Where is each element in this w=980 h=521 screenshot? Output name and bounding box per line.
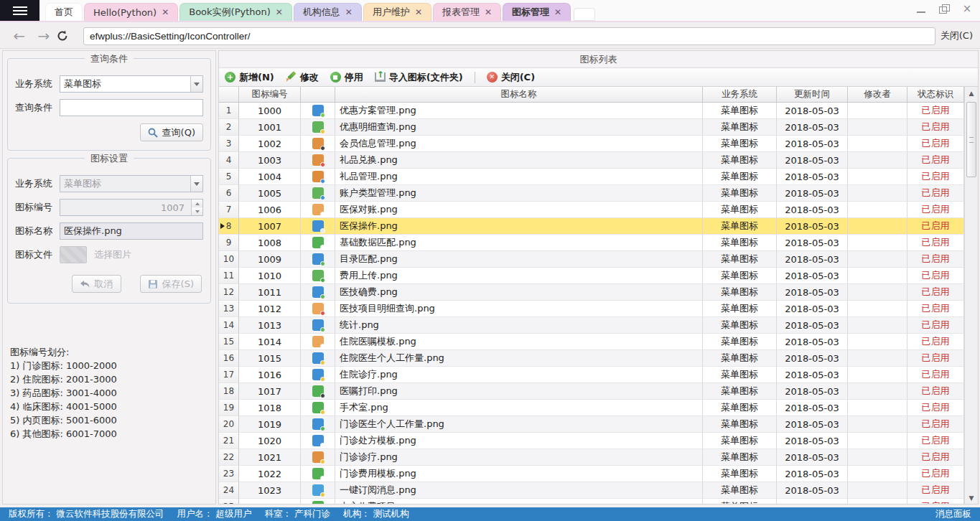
tab-close-icon[interactable]: ✕ <box>162 8 169 17</box>
file-icon <box>312 451 324 463</box>
table-row[interactable]: 251024中心收费项目.png菜单图标2018-05-03已启用 <box>219 499 964 504</box>
updated-cell: 2018-05-03 <box>777 185 848 202</box>
file-icon-accent <box>320 327 325 332</box>
header-cell-修改者[interactable]: 修改者 <box>848 87 907 102</box>
minimize-icon[interactable] <box>915 4 927 14</box>
table-row[interactable]: 131012医技项目明细查询.png菜单图标2018-05-03已启用 <box>219 301 964 317</box>
scrollbar-track[interactable] <box>965 99 978 492</box>
tab-close-icon[interactable]: ✕ <box>485 8 492 17</box>
scroll-down-icon[interactable]: ▼ <box>965 492 978 504</box>
header-cell-图标编号[interactable]: 图标编号 <box>239 87 301 102</box>
tab-close-icon[interactable]: ✕ <box>276 8 283 17</box>
table-row[interactable]: 51004礼品管理.png菜单图标2018-05-03已启用 <box>219 169 964 185</box>
table-row[interactable]: 21001优惠明细查询.png菜单图标2018-05-03已启用 <box>219 119 964 136</box>
updated-cell: 2018-05-03 <box>777 416 848 433</box>
toolbar-button-label: 关闭(C) <box>501 71 535 84</box>
message-panel-button[interactable]: 消息面板 <box>935 508 971 520</box>
icon-code-cell: 1010 <box>239 268 301 284</box>
tab-close-icon[interactable]: ✕ <box>345 8 353 17</box>
restore-icon[interactable] <box>938 4 950 14</box>
tab-Book实例(Python)[interactable]: Book实例(Python)✕ <box>179 3 292 21</box>
table-row[interactable]: 241023一键订阅消息.png菜单图标2018-05-03已启用 <box>219 482 964 499</box>
toolbar-button-修改[interactable]: 修改 <box>286 71 319 84</box>
new-tab-stub[interactable] <box>574 8 595 21</box>
search-button[interactable]: 查询(Q) <box>140 123 203 141</box>
table-row[interactable]: 201019门诊医生个人工作量.png菜单图标2018-05-03已启用 <box>219 416 964 433</box>
tab-用户维护[interactable]: 用户维护✕ <box>363 3 431 21</box>
address-input[interactable] <box>83 27 935 45</box>
toolbar-button-关闭(C)[interactable]: ✕关闭(C) <box>487 71 535 84</box>
tab-报表管理[interactable]: 报表管理✕ <box>433 3 501 21</box>
pick-image-button[interactable]: 选择图片 <box>94 248 131 261</box>
header-cell-图标名称[interactable]: 图标名称 <box>335 87 703 102</box>
table-row[interactable]: 151014住院医嘱模板.png菜单图标2018-05-03已启用 <box>219 334 964 350</box>
vertical-scrollbar[interactable]: ▲ ▼ <box>964 87 978 504</box>
icon-cell <box>301 284 335 301</box>
table-row[interactable]: 91008基础数据匹配.png菜单图标2018-05-03已启用 <box>219 235 964 251</box>
close-window-icon[interactable]: × <box>961 4 973 14</box>
nav-close-button[interactable]: 关闭(C) <box>935 29 973 42</box>
header-cell-更新时间[interactable]: 更新时间 <box>777 87 848 102</box>
table-row[interactable]: 121011医技确费.png菜单图标2018-05-03已启用 <box>219 284 964 301</box>
header-cell-业务系统[interactable]: 业务系统 <box>703 87 777 102</box>
header-cell-0[interactable] <box>219 87 239 102</box>
row-number-cell: 25 <box>219 499 239 504</box>
table-row[interactable]: 191018手术室.png菜单图标2018-05-03已启用 <box>219 400 964 416</box>
tab-图标管理[interactable]: 图标管理✕ <box>503 3 571 21</box>
table-row[interactable]: 161015住院医生个人工作量.png菜单图标2018-05-03已启用 <box>219 350 964 367</box>
icon-name-field[interactable]: 医保操作.png <box>60 222 203 240</box>
table-row[interactable]: 181017医嘱打印.png菜单图标2018-05-03已启用 <box>219 383 964 400</box>
modifier-cell <box>848 268 907 284</box>
table-row[interactable]: 111010费用上传.png菜单图标2018-05-03已启用 <box>219 268 964 284</box>
icon-cell <box>301 367 335 383</box>
table-row[interactable]: 141013统计.png菜单图标2018-05-03已启用 <box>219 317 964 334</box>
hamburger-menu-button[interactable] <box>0 0 39 21</box>
table-row[interactable]: 211020门诊处方模板.png菜单图标2018-05-03已启用 <box>219 433 964 449</box>
icon-name-cell: 门诊费用模板.png <box>335 466 703 482</box>
query-conditions-group: 查询条件 业务系统 菜单图标 查询条件 查询(Q) <box>7 58 211 151</box>
tab-close-icon[interactable]: ✕ <box>554 8 561 17</box>
table-row[interactable]: 71006医保对账.png菜单图标2018-05-03已启用 <box>219 202 964 218</box>
status-cell: 已启用 <box>907 449 964 466</box>
scroll-up-icon[interactable]: ▲ <box>965 87 978 99</box>
scrollbar-thumb[interactable] <box>966 102 976 177</box>
chevron-down-icon <box>190 176 202 192</box>
keyword-input[interactable] <box>60 99 203 116</box>
table-row[interactable]: 61005账户类型管理.png菜单图标2018-05-03已启用 <box>219 185 964 202</box>
toolbar-button-新增(N)[interactable]: +新增(N) <box>225 71 274 84</box>
table-row[interactable]: 231022门诊费用模板.png菜单图标2018-05-03已启用 <box>219 466 964 482</box>
updated-cell: 2018-05-03 <box>777 383 848 400</box>
table-row[interactable]: 101009目录匹配.png菜单图标2018-05-03已启用 <box>219 251 964 268</box>
file-icon <box>312 204 324 215</box>
table-row[interactable]: 41003礼品兑换.png菜单图标2018-05-03已启用 <box>219 152 964 169</box>
icon-name-cell: 医保操作.png <box>335 218 703 235</box>
business-system-select[interactable]: 菜单图标 <box>60 75 203 93</box>
back-icon[interactable]: ← <box>7 27 32 44</box>
table-row[interactable]: 81007医保操作.png菜单图标2018-05-03已启用 <box>219 218 964 235</box>
cancel-button[interactable]: 取消 <box>72 275 121 293</box>
toolbar-button-停用[interactable]: 停用 <box>330 71 363 84</box>
tab-Hello(Python)[interactable]: Hello(Python)✕ <box>84 3 178 21</box>
system-cell: 菜单图标 <box>703 284 777 301</box>
tab-首页[interactable]: 首页 <box>45 3 83 21</box>
icon-code-cell: 1020 <box>239 433 301 449</box>
table-row[interactable]: 221021门诊诊疗.png菜单图标2018-05-03已启用 <box>219 449 964 466</box>
status-cell: 已启用 <box>907 367 964 383</box>
table-row[interactable]: 171016住院诊疗.png菜单图标2018-05-03已启用 <box>219 367 964 383</box>
tab-label: 机构信息 <box>303 6 340 19</box>
toolbar-button-导入图标(文件夹)[interactable]: 导入图标(文件夹) <box>375 71 463 84</box>
save-button[interactable]: 保存(S) <box>140 275 202 293</box>
modifier-cell <box>848 449 907 466</box>
refresh-icon[interactable] <box>56 29 78 42</box>
header-cell-状态标识[interactable]: 状态标识 <box>907 87 964 102</box>
tab-close-icon[interactable]: ✕ <box>415 8 422 17</box>
tab-机构信息[interactable]: 机构信息✕ <box>294 3 362 21</box>
header-cell-2[interactable] <box>301 87 335 102</box>
chevron-down-icon[interactable] <box>190 76 202 92</box>
updated-cell: 2018-05-03 <box>777 103 848 119</box>
table-row[interactable]: 31002会员信息管理.png菜单图标2018-05-03已启用 <box>219 136 964 152</box>
status-cell: 已启用 <box>907 400 964 416</box>
updated-cell: 2018-05-03 <box>777 119 848 136</box>
forward-icon[interactable]: → <box>32 27 56 44</box>
table-row[interactable]: 11000优惠方案管理.png菜单图标2018-05-03已启用 <box>219 103 964 119</box>
